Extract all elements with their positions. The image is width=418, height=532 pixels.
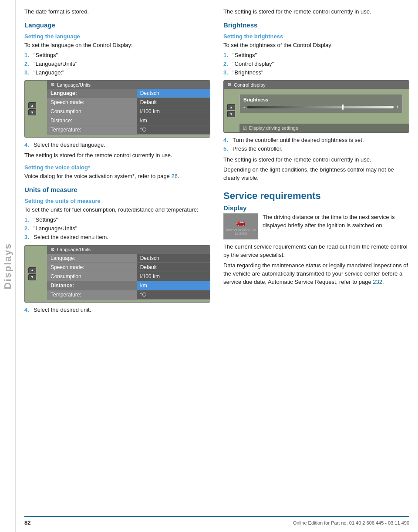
units-step-4: 4.Select the desired unit.: [24, 306, 210, 314]
service-display-section: 🚗 Service in 5600 mls 12/2009 The drivin…: [223, 213, 409, 241]
language-steps-list: 1."Settings" 2."Language/Units" 3."Langu…: [24, 51, 210, 77]
right-column: The setting is stored for the remote con…: [223, 8, 409, 516]
display-driving-label: Display driving settings: [249, 125, 298, 131]
table-row: Distance: km: [47, 116, 210, 125]
units-nav-buttons: ▲ ▼: [28, 267, 36, 280]
display-heading: Display: [223, 204, 409, 212]
service-current-text: The current service requirements can be …: [223, 243, 409, 259]
brightness-nav-buttons: ▲ ▼: [227, 104, 235, 117]
brightness-minus: -: [243, 104, 245, 110]
brightness-note: Depending on the light conditions, the b…: [223, 166, 409, 182]
language-step-3: 3."Language:": [24, 69, 210, 77]
service-page-link[interactable]: 232: [373, 279, 382, 285]
units-heading: Units of measure: [24, 186, 210, 193]
intro-text: The date format is stored.: [24, 8, 210, 16]
brightness-step-2: 2."Control display": [223, 60, 409, 68]
units-ui-screenshot: ▲ ▼ ⚙ Language/Units Languag: [24, 245, 210, 303]
brightness-stored-text: The setting is stored for the remote con…: [223, 156, 409, 164]
language-ui-title: Language/Units: [57, 82, 91, 88]
table-row: Speech mode: Default: [47, 263, 210, 272]
checkbox-icon: ☑: [243, 126, 247, 131]
page-number: 82: [24, 519, 30, 526]
table-row: Language: Deutsch: [47, 89, 210, 98]
gear-icon-units: ⚙: [51, 247, 55, 253]
language-step-4: 4.Select the desired language.: [24, 141, 210, 149]
table-row: Consumption: l/100 km: [47, 107, 210, 116]
brightness-steps-list: 1."Settings" 2."Control display" 3."Brig…: [223, 51, 409, 77]
setting-units-heading: Setting the units of measure: [24, 198, 210, 204]
language-heading: Language: [24, 21, 210, 29]
language-step-1: 1."Settings": [24, 51, 210, 59]
table-row: Distance: km: [47, 281, 210, 290]
service-image: 🚗 Service in 5600 mls 12/2009: [223, 213, 258, 239]
setting-brightness-heading: Setting the brightness: [223, 33, 409, 40]
service-data-text: Data regarding the maintenance status or…: [223, 262, 409, 286]
page-footer: 82 Online Edition for Part no. 01 40 2 6…: [24, 516, 409, 528]
setting-brightness-intro: To set the brightness of the Control Dis…: [223, 41, 409, 50]
nav-buttons: ▲ ▼: [28, 102, 36, 115]
brightness-label: Brightness: [243, 97, 399, 102]
setting-units-intro: To set the units for fuel consumption, r…: [24, 206, 210, 214]
setting-language-heading: Setting the language: [24, 33, 210, 40]
units-steps-list: 1."Settings" 2."Language/Units" 3.Select…: [24, 216, 210, 242]
table-row: Speech mode: Default: [47, 98, 210, 107]
units-step4-list: 4.Select the desired unit.: [24, 306, 210, 314]
language-ui-screenshot: ▲ ▼ ⚙ Language/Units: [24, 80, 210, 138]
brightness-steps-4-5: 4.Turn the controller until the desired …: [223, 136, 409, 153]
footer-text: Online Edition for Part no. 01 40 2 606 …: [293, 520, 409, 525]
units-step-2: 2."Language/Units": [24, 225, 210, 232]
language-step-2: 2."Language/Units": [24, 60, 210, 68]
setting-language-intro: To set the language on the Control Displ…: [24, 41, 210, 50]
stored-text: The setting is stored for the remote con…: [223, 8, 409, 16]
gear-icon-brightness: ⚙: [227, 82, 232, 88]
service-image-label: Service in 5600 mls: [226, 228, 256, 232]
service-requirements-heading: Service requirements: [223, 190, 409, 202]
left-column: The date format is stored. Language Sett…: [24, 8, 210, 516]
units-step-3: 3.Select the desired menu item.: [24, 233, 210, 241]
table-row: Temperature: °C: [47, 290, 210, 299]
brightness-ui-screenshot: ⚙ Control display ▲ ▼ Brightness: [223, 80, 409, 133]
units-table: Language: Deutsch Speech mode: Default C…: [47, 254, 210, 300]
brightness-step-3: 3."Brightness": [223, 69, 409, 77]
table-row: Temperature: °C: [47, 125, 210, 135]
brightness-ui-title: Control display: [234, 82, 266, 88]
gear-icon-lang: ⚙: [51, 82, 55, 88]
language-table: Language: Deutsch Speech mode: Default C…: [47, 89, 210, 135]
language-step4-list: 4.Select the desired language.: [24, 141, 210, 149]
brightness-step-4: 4.Turn the controller until the desired …: [223, 136, 409, 144]
sidebar-label: Displays: [0, 0, 16, 532]
table-row: Consumption: l/100 km: [47, 272, 210, 281]
units-ui-title: Language/Units: [57, 247, 91, 252]
brightness-plus: +: [396, 104, 399, 110]
brightness-heading: Brightness: [223, 21, 409, 29]
units-step-1: 1."Settings": [24, 216, 210, 224]
voice-dialog-heading: Setting the voice dialog*: [24, 164, 210, 171]
service-image-date: 12/2009: [235, 232, 247, 236]
brightness-step-5: 5.Press the controller.: [223, 145, 409, 153]
table-row: Language: Deutsch: [47, 254, 210, 263]
language-stored-text: The setting is stored for the remote con…: [24, 152, 210, 160]
brightness-step-1: 1."Settings": [223, 51, 409, 59]
voice-dialog-link[interactable]: 26: [171, 173, 177, 179]
voice-dialog-text: Voice dialog for the voice activation sy…: [24, 172, 210, 181]
